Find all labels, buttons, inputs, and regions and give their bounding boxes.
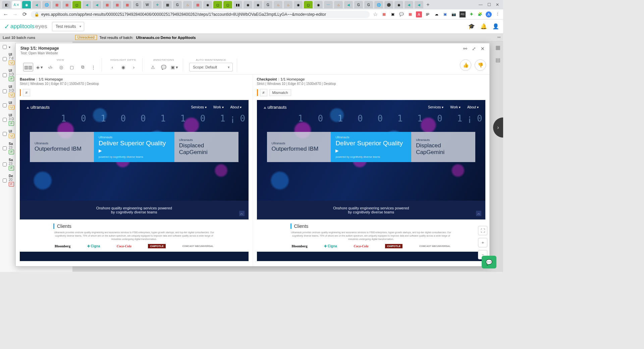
- close-icon[interactable]: ✕: [481, 46, 485, 51]
- next-step-arrow[interactable]: ›: [493, 117, 503, 138]
- ext-icon[interactable]: ▣: [442, 11, 448, 17]
- more-icon[interactable]: ⋮: [89, 63, 98, 71]
- tab[interactable]: G: [364, 1, 373, 8]
- layers-icon[interactable]: ◈ ▾: [35, 63, 44, 71]
- new-tab-button[interactable]: +: [425, 1, 431, 8]
- tab[interactable]: ◀: [32, 1, 41, 8]
- radar-icon[interactable]: ◉: [119, 63, 127, 71]
- tab[interactable]: ◀: [93, 1, 101, 8]
- ext-icon[interactable]: ✚: [468, 11, 474, 17]
- tab[interactable]: ▦: [123, 1, 131, 8]
- ext-icon[interactable]: 💬: [398, 11, 405, 17]
- tab-active[interactable]: A ✕: [12, 1, 21, 8]
- tab[interactable]: 🌐: [374, 1, 383, 8]
- ext-icon[interactable]: A: [416, 11, 422, 17]
- tab[interactable]: ◻: [223, 1, 232, 8]
- thumbs-down-button[interactable]: 👎: [475, 59, 486, 71]
- tab[interactable]: ⚫: [384, 1, 393, 8]
- tab[interactable]: ◻: [213, 1, 222, 8]
- notifications-icon[interactable]: 🔔: [480, 23, 487, 30]
- ext-icon[interactable]: FD: [460, 11, 466, 17]
- education-icon[interactable]: 🎓: [468, 23, 475, 30]
- tab[interactable]: ♨: [284, 1, 292, 8]
- bookmark-star-icon[interactable]: ☆: [373, 11, 378, 17]
- tab[interactable]: ◻: [304, 1, 313, 8]
- chat-widget[interactable]: 💬: [482, 256, 496, 268]
- tab[interactable]: ▦: [193, 1, 202, 8]
- tab[interactable]: ◀: [405, 1, 413, 8]
- browser-menu-icon[interactable]: ⋮: [494, 11, 500, 17]
- ext-icon[interactable]: 📷: [451, 11, 457, 17]
- remark-icon[interactable]: 💬: [159, 63, 168, 71]
- tab[interactable]: G: [264, 1, 272, 8]
- ext-icon[interactable]: ☁: [433, 11, 439, 17]
- tab[interactable]: ◻: [72, 1, 81, 8]
- copy-icon[interactable]: ⧉: [78, 63, 87, 71]
- window-minimize[interactable]: —: [479, 2, 483, 7]
- prev-diff-icon[interactable]: ‹: [108, 63, 117, 71]
- tab[interactable]: ◉: [244, 1, 252, 8]
- issue-icon[interactable]: ⚠: [149, 63, 157, 71]
- scope-dropdown[interactable]: Scope: Default: [189, 63, 233, 71]
- window-maximize[interactable]: ☐: [487, 2, 491, 7]
- url-field[interactable]: 🔒 eyes.applitools.com/app/test-results/0…: [31, 11, 370, 18]
- nav-forward-icon[interactable]: →: [12, 11, 18, 17]
- checkpoint-screenshot[interactable]: ⟁ ultranauts Services ▾Work ▾About ▾ Ult…: [257, 100, 486, 261]
- tab[interactable]: ▦: [113, 1, 121, 8]
- share-icon[interactable]: ⚯: [463, 46, 467, 51]
- tab[interactable]: ◉: [314, 1, 323, 8]
- code-icon[interactable]: ‹/›: [46, 63, 55, 71]
- tab[interactable]: ◉: [394, 1, 403, 8]
- share-icon[interactable]: ⚯: [497, 35, 500, 40]
- tab[interactable]: G: [354, 1, 363, 8]
- tab[interactable]: 〰: [324, 1, 333, 8]
- tab[interactable]: ✚: [153, 1, 162, 8]
- tab[interactable]: ◉: [254, 1, 262, 8]
- panel-icon[interactable]: ▦: [495, 44, 500, 51]
- panel-icon[interactable]: ▤: [495, 57, 500, 63]
- ext-icon[interactable]: ▣: [390, 11, 396, 17]
- nav-reload-icon[interactable]: ⟳: [21, 11, 28, 17]
- tab[interactable]: ♨: [274, 1, 282, 8]
- tab[interactable]: ◉: [294, 1, 303, 8]
- fullscreen-icon[interactable]: ⤢: [472, 46, 476, 51]
- target-icon[interactable]: ◎: [57, 63, 65, 71]
- crop-icon[interactable]: ▢: [67, 63, 76, 71]
- tab[interactable]: ◀: [83, 1, 91, 8]
- tab[interactable]: ▦: [163, 1, 172, 8]
- next-diff-icon[interactable]: ›: [129, 63, 138, 71]
- user-settings-icon[interactable]: 👤: [492, 23, 499, 30]
- test-results-dropdown[interactable]: Test results: [52, 22, 85, 31]
- ext-icon[interactable]: IP: [425, 11, 431, 17]
- profile-avatar[interactable]: A: [486, 11, 492, 17]
- tab[interactable]: ◧: [2, 1, 11, 8]
- ext-icon[interactable]: ▦: [407, 11, 413, 17]
- view-sidebyside-button[interactable]: ▥▥: [23, 63, 33, 71]
- window-close[interactable]: ✕: [496, 2, 499, 7]
- tab[interactable]: ◉: [22, 1, 31, 8]
- tab[interactable]: 🌐: [42, 1, 51, 8]
- tab[interactable]: G: [173, 1, 182, 8]
- tab[interactable]: W: [143, 1, 152, 8]
- region-icon[interactable]: ▣ ▾: [170, 63, 179, 71]
- tab[interactable]: ▮▮: [233, 1, 242, 8]
- thumbs-up-button[interactable]: 👍: [460, 59, 471, 71]
- tab[interactable]: ▦: [52, 1, 61, 8]
- tab[interactable]: ◀: [344, 1, 353, 8]
- nav-back-icon[interactable]: ←: [3, 11, 9, 17]
- fit-icon[interactable]: ⛶: [478, 226, 487, 235]
- tab[interactable]: ◉: [203, 1, 212, 8]
- tab[interactable]: ▦: [103, 1, 111, 8]
- tab[interactable]: ▦: [62, 1, 71, 8]
- zoom-in-icon[interactable]: ＋: [478, 238, 487, 247]
- tab[interactable]: ♨: [334, 1, 343, 8]
- tab[interactable]: G: [133, 1, 142, 8]
- applitools-logo[interactable]: ✓ applitoolseyes: [4, 22, 47, 31]
- diff-icon[interactable]: ≠: [23, 89, 30, 96]
- extensions-icon[interactable]: 🧩: [477, 11, 483, 17]
- baseline-screenshot[interactable]: ⟁ ultranauts Services ▾ Work ▾ About ▾ U…: [20, 100, 249, 261]
- tab[interactable]: ◀: [415, 1, 423, 8]
- ext-icon[interactable]: ▦: [381, 11, 387, 17]
- tab[interactable]: ♨: [183, 1, 192, 8]
- diff-icon[interactable]: ≠: [260, 89, 267, 96]
